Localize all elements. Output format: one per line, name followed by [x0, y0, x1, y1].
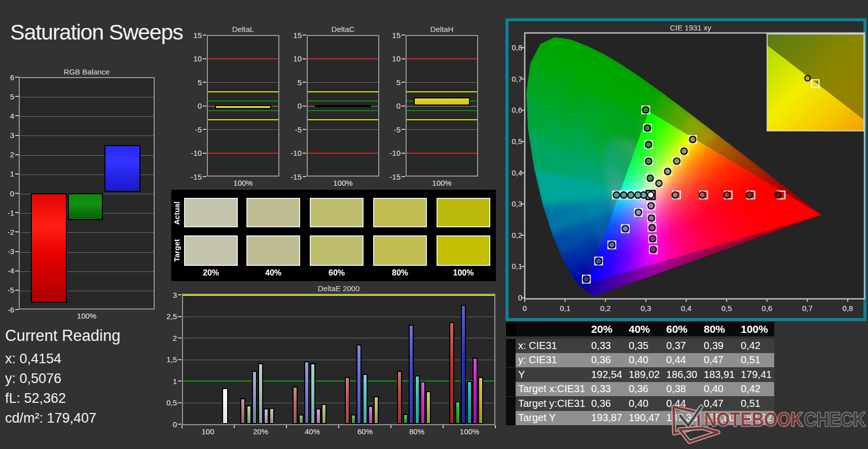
svg-text:0,3: 0,3 — [512, 199, 522, 208]
svg-text:0,6: 0,6 — [762, 304, 772, 313]
svg-text:0,8: 0,8 — [512, 43, 522, 52]
svg-text:0,2: 0,2 — [600, 304, 611, 313]
svg-text:NOTEBOOK: NOTEBOOK — [704, 409, 803, 430]
svg-text:0,3: 0,3 — [640, 304, 651, 313]
svg-text:0,8: 0,8 — [843, 304, 853, 313]
svg-text:0,6: 0,6 — [512, 106, 522, 114]
svg-text:0,4: 0,4 — [681, 304, 692, 313]
svg-text:0,7: 0,7 — [512, 75, 522, 83]
svg-text:0: 0 — [523, 304, 527, 313]
svg-text:0,1: 0,1 — [512, 262, 522, 270]
svg-text:CHECK: CHECK — [804, 409, 865, 430]
svg-text:0,2: 0,2 — [512, 231, 522, 239]
svg-text:CIE 1931 xy: CIE 1931 xy — [670, 23, 711, 32]
svg-text:0,7: 0,7 — [802, 304, 813, 313]
svg-text:0,1: 0,1 — [560, 304, 570, 313]
svg-text:0,5: 0,5 — [721, 304, 732, 313]
svg-text:0,4: 0,4 — [512, 168, 522, 177]
svg-text:0,5: 0,5 — [512, 137, 522, 146]
